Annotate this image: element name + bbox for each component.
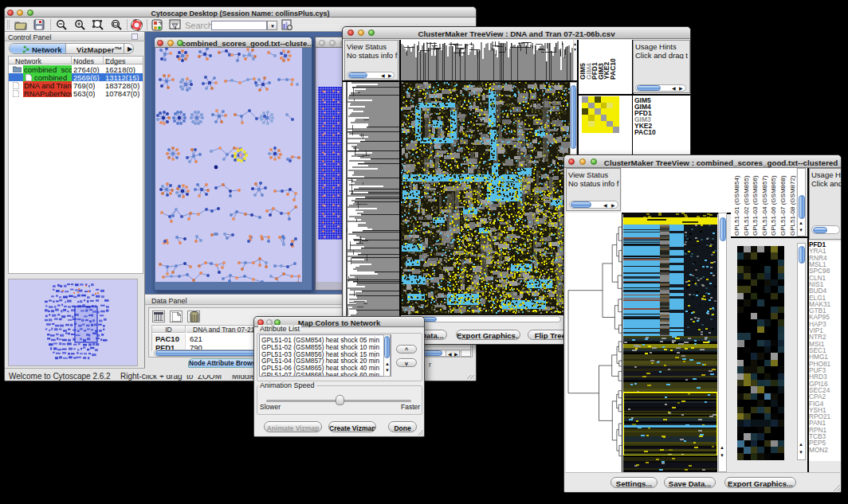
svg-text:GPL51-01 (GSM854): GPL51-01 (GSM854): [733, 175, 740, 236]
svg-text:GPL51-02 (GSM855): GPL51-02 (GSM855): [743, 175, 750, 236]
svg-text:PAC10: PAC10: [609, 58, 617, 80]
svg-text:GPL51-03 (GSM856): GPL51-03 (GSM856): [752, 175, 759, 236]
svg-text:GPL51-06 (GSM865): GPL51-06 (GSM865): [770, 175, 777, 236]
svg-text:GPL51-08 (GSM872): GPL51-08 (GSM872): [789, 175, 796, 236]
svg-text:GPL51-04 (GSM857): GPL51-04 (GSM857): [761, 175, 768, 236]
svg-text:GPL51-07 (GSM868): GPL51-07 (GSM868): [779, 175, 787, 236]
